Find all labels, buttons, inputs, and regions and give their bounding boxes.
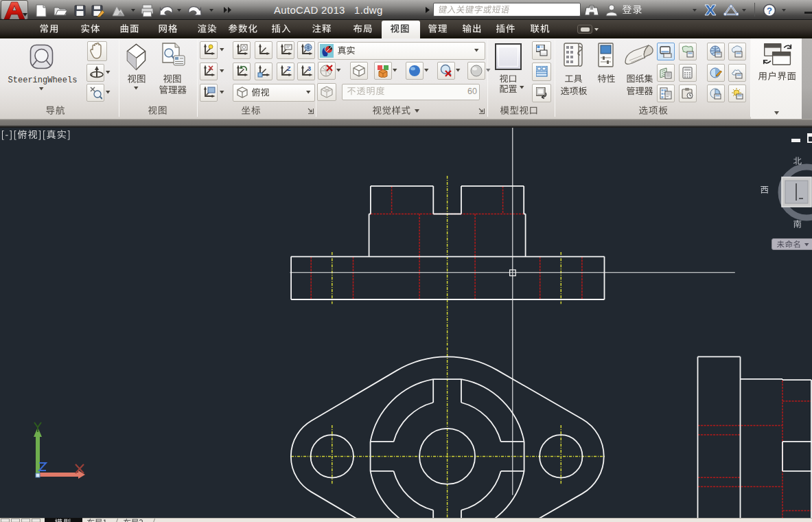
svg-text:Z: Z xyxy=(287,65,291,72)
svg-text:?: ? xyxy=(767,5,772,16)
svg-text:3: 3 xyxy=(308,65,311,72)
